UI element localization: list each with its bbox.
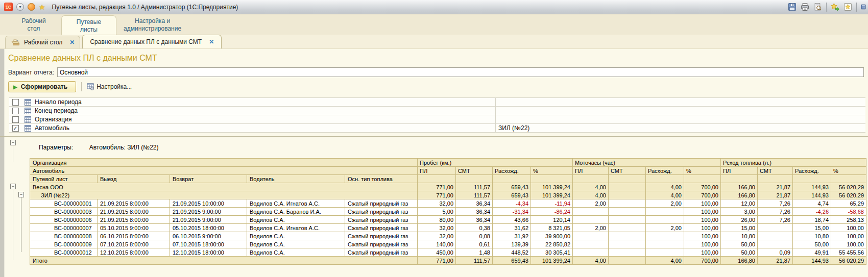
value-cell[interactable]: 101 399,24 — [531, 191, 573, 199]
value-cell[interactable]: 144,93 — [793, 183, 831, 191]
value-cell[interactable]: 36,34 — [456, 199, 493, 208]
value-cell[interactable]: 49,91 — [793, 248, 831, 257]
close-icon[interactable]: ✕ — [69, 39, 75, 46]
value-cell[interactable]: 4,00 — [646, 183, 684, 191]
value-cell[interactable]: 8 321,05 — [531, 224, 573, 232]
settings-button[interactable]: Настройка... — [87, 83, 132, 90]
section-tab-desktop[interactable]: Рабочий стол — [6, 14, 61, 35]
close-icon[interactable]: ✕ — [209, 38, 214, 45]
value-cell[interactable]: 258,13 — [831, 216, 866, 224]
detail-cell[interactable]: 05.10.2015 18:00:00 — [170, 224, 247, 232]
value-cell[interactable]: 166,80 — [721, 257, 758, 265]
filter-value[interactable] — [495, 98, 865, 106]
detail-cell[interactable]: Водилов С.А. Игнатов А.С. — [247, 199, 345, 208]
value-cell[interactable]: 10,80 — [793, 232, 831, 240]
value-cell[interactable] — [609, 191, 646, 199]
value-cell[interactable]: 65,29 — [831, 199, 866, 208]
value-cell[interactable]: 50,00 — [721, 240, 758, 248]
filter-checkbox[interactable] — [12, 99, 19, 106]
value-cell[interactable] — [573, 240, 609, 248]
value-cell[interactable]: 139,39 — [493, 240, 531, 248]
value-cell[interactable]: 100,00 — [684, 240, 721, 248]
value-cell[interactable]: 448,52 — [493, 248, 531, 257]
value-cell[interactable]: 31,92 — [493, 232, 531, 240]
value-cell[interactable] — [609, 216, 646, 224]
detail-cell[interactable]: 05.10.2015 9:00:00 — [98, 224, 170, 232]
detail-cell[interactable]: ВС-000000009 — [30, 240, 98, 248]
detail-cell[interactable]: 06.10.2015 8:00:00 — [98, 232, 170, 240]
value-cell[interactable]: 36,34 — [456, 216, 493, 224]
app-logo-1c-icon[interactable]: 1С — [4, 3, 13, 11]
value-cell[interactable] — [609, 232, 646, 240]
value-cell[interactable]: 4,00 — [573, 257, 609, 265]
value-cell[interactable]: 15,00 — [793, 224, 831, 232]
value-cell[interactable]: 100,00 — [684, 208, 721, 216]
favorites-star-icon[interactable]: ★ — [39, 3, 45, 11]
value-cell[interactable] — [609, 248, 646, 257]
value-cell[interactable]: 50,00 — [793, 240, 831, 248]
value-cell[interactable]: 771,00 — [418, 191, 456, 199]
value-cell[interactable]: 111,57 — [456, 191, 493, 199]
detail-cell[interactable]: 21.09.2015 9:00:00 — [170, 216, 247, 224]
detail-cell[interactable]: 06.10.2015 9:00:00 — [170, 232, 247, 240]
value-cell[interactable]: 100,00 — [831, 240, 866, 248]
value-cell[interactable]: 100,00 — [684, 232, 721, 240]
value-cell[interactable] — [609, 199, 646, 208]
filter-label[interactable]: Автомобиль — [34, 124, 495, 132]
value-cell[interactable]: 111,57 — [456, 183, 493, 191]
value-cell[interactable]: 659,43 — [493, 183, 531, 191]
value-cell[interactable] — [573, 248, 609, 257]
value-cell[interactable]: 56 020,29 — [831, 191, 866, 199]
detail-cell[interactable]: Сжатый природный газ — [345, 232, 418, 240]
value-cell[interactable]: 21,87 — [758, 191, 793, 199]
value-cell[interactable]: 771,00 — [418, 183, 456, 191]
print-preview-icon[interactable] — [813, 3, 822, 11]
value-cell[interactable]: 2,00 — [646, 199, 684, 208]
value-cell[interactable] — [609, 257, 646, 265]
value-cell[interactable]: 120,14 — [531, 216, 573, 224]
detail-cell[interactable]: Сжатый природный газ — [345, 240, 418, 248]
value-cell[interactable]: 0,08 — [456, 232, 493, 240]
system-menu-button[interactable]: ▼ — [16, 3, 24, 11]
section-tab-waybills[interactable]: Путевые листы — [61, 15, 116, 35]
value-cell[interactable]: 3,00 — [721, 208, 758, 216]
value-cell[interactable] — [609, 183, 646, 191]
value-cell[interactable]: 700,00 — [684, 257, 721, 265]
filter-label[interactable]: Конец периода — [34, 107, 495, 114]
value-cell[interactable]: 2,00 — [573, 199, 609, 208]
section-tab-settings-admin[interactable]: Настройка и администрирование — [116, 14, 188, 35]
detail-cell[interactable]: Водилов С.А. Баранов И.А. — [247, 208, 345, 216]
value-cell[interactable]: 144,93 — [793, 257, 831, 265]
group-label-cell[interactable]: Весна ООО — [30, 183, 418, 191]
value-cell[interactable] — [646, 232, 684, 240]
detail-cell[interactable]: Водилов С.А. — [247, 248, 345, 257]
value-cell[interactable] — [646, 216, 684, 224]
value-cell[interactable]: 7,26 — [758, 208, 793, 216]
filter-checkbox[interactable] — [12, 108, 19, 114]
value-cell[interactable]: 0,61 — [456, 240, 493, 248]
detail-cell[interactable]: Водилов С.А. Игнатов А.С. — [247, 224, 345, 232]
value-cell[interactable]: 700,00 — [684, 191, 721, 199]
value-cell[interactable]: 450,00 — [418, 248, 456, 257]
value-cell[interactable]: 1,48 — [456, 248, 493, 257]
value-cell[interactable]: 100,00 — [684, 248, 721, 257]
collapse-group-organization-button[interactable]: − — [10, 184, 16, 189]
collapse-report-button[interactable]: − — [10, 140, 16, 145]
value-cell[interactable]: 4,74 — [793, 199, 831, 208]
value-cell[interactable]: -58,68 — [831, 208, 866, 216]
value-cell[interactable]: 659,43 — [493, 191, 531, 199]
value-cell[interactable]: 4,00 — [573, 191, 609, 199]
value-cell[interactable]: 7,26 — [758, 199, 793, 208]
generate-button[interactable]: ▶ Сформировать — [8, 81, 76, 92]
detail-cell[interactable]: 12.10.2015 8:00:00 — [98, 248, 170, 257]
filter-checkbox[interactable]: ✓ — [12, 125, 19, 132]
value-cell[interactable] — [646, 208, 684, 216]
value-cell[interactable]: 21,87 — [758, 257, 793, 265]
filter-label[interactable]: Организация — [34, 116, 495, 123]
value-cell[interactable]: 101 399,24 — [531, 257, 573, 265]
value-cell[interactable]: 7,26 — [758, 216, 793, 224]
value-cell[interactable] — [573, 232, 609, 240]
value-cell[interactable]: 101 399,24 — [531, 183, 573, 191]
value-cell[interactable]: 32,00 — [418, 232, 456, 240]
detail-cell[interactable]: ВС-000000007 — [30, 224, 98, 232]
